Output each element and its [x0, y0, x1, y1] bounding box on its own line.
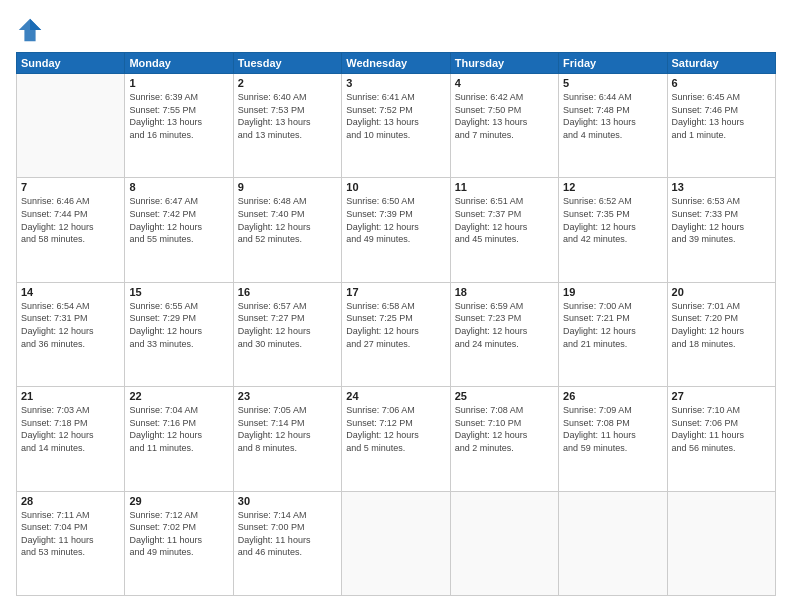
day-info: Sunrise: 7:06 AM Sunset: 7:12 PM Dayligh… [346, 404, 445, 454]
day-number: 21 [21, 390, 120, 402]
logo-icon [16, 16, 44, 44]
calendar-cell [667, 491, 775, 595]
day-number: 14 [21, 286, 120, 298]
day-number: 13 [672, 181, 771, 193]
calendar-cell: 3Sunrise: 6:41 AM Sunset: 7:52 PM Daylig… [342, 74, 450, 178]
day-number: 20 [672, 286, 771, 298]
day-info: Sunrise: 6:42 AM Sunset: 7:50 PM Dayligh… [455, 91, 554, 141]
day-number: 10 [346, 181, 445, 193]
calendar-cell: 16Sunrise: 6:57 AM Sunset: 7:27 PM Dayli… [233, 282, 341, 386]
day-info: Sunrise: 6:52 AM Sunset: 7:35 PM Dayligh… [563, 195, 662, 245]
calendar-cell: 4Sunrise: 6:42 AM Sunset: 7:50 PM Daylig… [450, 74, 558, 178]
day-info: Sunrise: 7:04 AM Sunset: 7:16 PM Dayligh… [129, 404, 228, 454]
day-info: Sunrise: 7:11 AM Sunset: 7:04 PM Dayligh… [21, 509, 120, 559]
day-info: Sunrise: 6:47 AM Sunset: 7:42 PM Dayligh… [129, 195, 228, 245]
day-number: 29 [129, 495, 228, 507]
day-number: 26 [563, 390, 662, 402]
calendar-cell [17, 74, 125, 178]
day-info: Sunrise: 7:14 AM Sunset: 7:00 PM Dayligh… [238, 509, 337, 559]
weekday-header-monday: Monday [125, 53, 233, 74]
day-number: 16 [238, 286, 337, 298]
svg-marker-2 [30, 19, 41, 30]
calendar-cell: 1Sunrise: 6:39 AM Sunset: 7:55 PM Daylig… [125, 74, 233, 178]
day-number: 7 [21, 181, 120, 193]
week-row-2: 7Sunrise: 6:46 AM Sunset: 7:44 PM Daylig… [17, 178, 776, 282]
day-info: Sunrise: 7:10 AM Sunset: 7:06 PM Dayligh… [672, 404, 771, 454]
calendar-cell: 5Sunrise: 6:44 AM Sunset: 7:48 PM Daylig… [559, 74, 667, 178]
day-info: Sunrise: 7:09 AM Sunset: 7:08 PM Dayligh… [563, 404, 662, 454]
day-info: Sunrise: 7:01 AM Sunset: 7:20 PM Dayligh… [672, 300, 771, 350]
day-number: 6 [672, 77, 771, 89]
day-info: Sunrise: 6:41 AM Sunset: 7:52 PM Dayligh… [346, 91, 445, 141]
calendar-cell: 14Sunrise: 6:54 AM Sunset: 7:31 PM Dayli… [17, 282, 125, 386]
calendar-table: SundayMondayTuesdayWednesdayThursdayFrid… [16, 52, 776, 596]
weekday-header-sunday: Sunday [17, 53, 125, 74]
day-number: 24 [346, 390, 445, 402]
day-info: Sunrise: 6:46 AM Sunset: 7:44 PM Dayligh… [21, 195, 120, 245]
weekday-header-saturday: Saturday [667, 53, 775, 74]
calendar-cell: 12Sunrise: 6:52 AM Sunset: 7:35 PM Dayli… [559, 178, 667, 282]
day-number: 2 [238, 77, 337, 89]
weekday-header-wednesday: Wednesday [342, 53, 450, 74]
calendar-cell [342, 491, 450, 595]
calendar-cell: 24Sunrise: 7:06 AM Sunset: 7:12 PM Dayli… [342, 387, 450, 491]
calendar-cell: 22Sunrise: 7:04 AM Sunset: 7:16 PM Dayli… [125, 387, 233, 491]
weekday-header-thursday: Thursday [450, 53, 558, 74]
calendar-cell: 13Sunrise: 6:53 AM Sunset: 7:33 PM Dayli… [667, 178, 775, 282]
logo [16, 16, 48, 44]
day-number: 28 [21, 495, 120, 507]
day-info: Sunrise: 6:40 AM Sunset: 7:53 PM Dayligh… [238, 91, 337, 141]
week-row-1: 1Sunrise: 6:39 AM Sunset: 7:55 PM Daylig… [17, 74, 776, 178]
day-number: 9 [238, 181, 337, 193]
calendar-cell: 30Sunrise: 7:14 AM Sunset: 7:00 PM Dayli… [233, 491, 341, 595]
calendar-cell: 19Sunrise: 7:00 AM Sunset: 7:21 PM Dayli… [559, 282, 667, 386]
day-number: 27 [672, 390, 771, 402]
day-info: Sunrise: 6:53 AM Sunset: 7:33 PM Dayligh… [672, 195, 771, 245]
weekday-header-tuesday: Tuesday [233, 53, 341, 74]
page: SundayMondayTuesdayWednesdayThursdayFrid… [0, 0, 792, 612]
calendar-cell: 28Sunrise: 7:11 AM Sunset: 7:04 PM Dayli… [17, 491, 125, 595]
calendar-cell: 21Sunrise: 7:03 AM Sunset: 7:18 PM Dayli… [17, 387, 125, 491]
day-info: Sunrise: 6:51 AM Sunset: 7:37 PM Dayligh… [455, 195, 554, 245]
day-number: 1 [129, 77, 228, 89]
weekday-header-row: SundayMondayTuesdayWednesdayThursdayFrid… [17, 53, 776, 74]
day-info: Sunrise: 6:45 AM Sunset: 7:46 PM Dayligh… [672, 91, 771, 141]
calendar-body: 1Sunrise: 6:39 AM Sunset: 7:55 PM Daylig… [17, 74, 776, 596]
calendar-cell [559, 491, 667, 595]
calendar-cell [450, 491, 558, 595]
day-number: 17 [346, 286, 445, 298]
calendar-cell: 20Sunrise: 7:01 AM Sunset: 7:20 PM Dayli… [667, 282, 775, 386]
day-info: Sunrise: 6:44 AM Sunset: 7:48 PM Dayligh… [563, 91, 662, 141]
calendar-cell: 10Sunrise: 6:50 AM Sunset: 7:39 PM Dayli… [342, 178, 450, 282]
calendar-cell: 26Sunrise: 7:09 AM Sunset: 7:08 PM Dayli… [559, 387, 667, 491]
calendar-cell: 7Sunrise: 6:46 AM Sunset: 7:44 PM Daylig… [17, 178, 125, 282]
calendar-cell: 17Sunrise: 6:58 AM Sunset: 7:25 PM Dayli… [342, 282, 450, 386]
header [16, 16, 776, 44]
day-info: Sunrise: 7:12 AM Sunset: 7:02 PM Dayligh… [129, 509, 228, 559]
day-info: Sunrise: 6:54 AM Sunset: 7:31 PM Dayligh… [21, 300, 120, 350]
day-number: 3 [346, 77, 445, 89]
week-row-3: 14Sunrise: 6:54 AM Sunset: 7:31 PM Dayli… [17, 282, 776, 386]
day-number: 5 [563, 77, 662, 89]
day-info: Sunrise: 7:05 AM Sunset: 7:14 PM Dayligh… [238, 404, 337, 454]
day-number: 25 [455, 390, 554, 402]
calendar-cell: 25Sunrise: 7:08 AM Sunset: 7:10 PM Dayli… [450, 387, 558, 491]
day-number: 30 [238, 495, 337, 507]
day-number: 22 [129, 390, 228, 402]
calendar-cell: 18Sunrise: 6:59 AM Sunset: 7:23 PM Dayli… [450, 282, 558, 386]
calendar-cell: 29Sunrise: 7:12 AM Sunset: 7:02 PM Dayli… [125, 491, 233, 595]
day-info: Sunrise: 6:59 AM Sunset: 7:23 PM Dayligh… [455, 300, 554, 350]
calendar-cell: 27Sunrise: 7:10 AM Sunset: 7:06 PM Dayli… [667, 387, 775, 491]
week-row-4: 21Sunrise: 7:03 AM Sunset: 7:18 PM Dayli… [17, 387, 776, 491]
day-info: Sunrise: 7:00 AM Sunset: 7:21 PM Dayligh… [563, 300, 662, 350]
calendar-cell: 9Sunrise: 6:48 AM Sunset: 7:40 PM Daylig… [233, 178, 341, 282]
day-info: Sunrise: 6:39 AM Sunset: 7:55 PM Dayligh… [129, 91, 228, 141]
day-number: 12 [563, 181, 662, 193]
day-number: 15 [129, 286, 228, 298]
day-number: 4 [455, 77, 554, 89]
day-info: Sunrise: 6:55 AM Sunset: 7:29 PM Dayligh… [129, 300, 228, 350]
calendar-cell: 23Sunrise: 7:05 AM Sunset: 7:14 PM Dayli… [233, 387, 341, 491]
day-info: Sunrise: 7:03 AM Sunset: 7:18 PM Dayligh… [21, 404, 120, 454]
calendar-cell: 15Sunrise: 6:55 AM Sunset: 7:29 PM Dayli… [125, 282, 233, 386]
day-number: 23 [238, 390, 337, 402]
